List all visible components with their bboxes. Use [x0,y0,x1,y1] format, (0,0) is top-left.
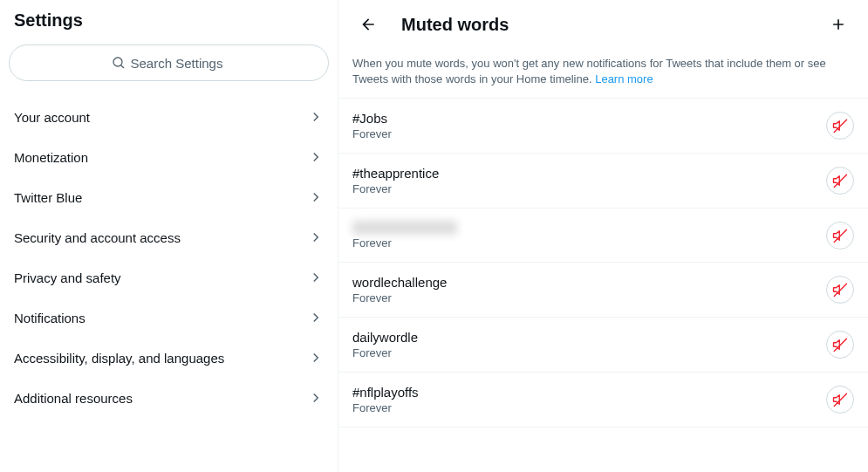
chevron-right-icon [308,390,324,406]
back-button[interactable] [352,9,384,40]
muted-list: #JobsForever#theapprenticeForeverForever… [338,99,868,428]
chevron-right-icon [308,189,324,205]
main-panel: Muted words When you mute words, you won… [338,0,868,472]
muted-duration: Forever [352,291,816,304]
main-header: Muted words [338,0,868,49]
sidebar-item-label: Privacy and safety [14,270,121,285]
settings-title: Settings [0,0,338,44]
chevron-right-icon [308,350,324,366]
svg-line-3 [834,175,846,188]
search-icon [112,56,126,70]
sidebar-item-label: Security and account access [14,230,181,245]
muted-word: #nflplayoffs [352,385,816,400]
mute-icon [832,173,848,188]
sidebar-item-label: Accessibility, display, and languages [14,351,224,366]
search-input[interactable] [131,56,227,71]
sidebar-item[interactable]: Twitter Blue [0,177,338,217]
mute-icon [832,228,848,243]
muted-info: Forever [352,221,816,250]
sidebar-item[interactable]: Additional resources [0,378,338,418]
chevron-right-icon [308,229,324,245]
sidebar-list: Your accountMonetizationTwitter BlueSecu… [0,97,338,418]
muted-row[interactable]: dailywordleForever [338,318,868,373]
muted-duration: Forever [352,127,816,140]
sidebar-item-label: Notifications [14,311,85,325]
sidebar-item[interactable]: Security and account access [0,217,338,257]
svg-line-6 [834,339,846,352]
unmute-button[interactable] [826,331,854,359]
muted-info: #JobsForever [352,111,816,140]
sidebar-item[interactable]: Privacy and safety [0,257,338,298]
muted-word: wordlechallenge [352,275,816,290]
chevron-right-icon [308,270,324,285]
chevron-right-icon [308,149,324,165]
plus-icon [830,16,847,33]
muted-duration: Forever [352,346,816,359]
sidebar-item-label: Monetization [14,150,88,165]
settings-sidebar: Settings Your accountMonetizationTwitter… [0,0,338,472]
learn-more-link[interactable]: Learn more [595,72,653,86]
muted-word: #theapprentice [352,166,816,181]
muted-duration: Forever [352,401,816,414]
description-text: When you mute words, you won't get any n… [352,57,826,86]
muted-duration: Forever [352,236,816,250]
muted-info: wordlechallengeForever [352,275,816,304]
muted-info: #theapprenticeForever [352,166,816,195]
sidebar-item[interactable]: Monetization [0,137,338,177]
unmute-button[interactable] [826,167,854,195]
svg-line-2 [834,120,846,133]
unmute-button[interactable] [826,112,854,140]
muted-duration: Forever [352,182,816,195]
unmute-button[interactable] [826,386,854,414]
muted-row[interactable]: #JobsForever [338,99,868,154]
mute-icon [832,282,848,298]
muted-info: dailywordleForever [352,330,816,359]
svg-line-5 [834,284,846,297]
unmute-button[interactable] [826,222,854,250]
search-box[interactable] [9,44,329,81]
sidebar-item[interactable]: Accessibility, display, and languages [0,338,338,378]
sidebar-item[interactable]: Your account [0,97,338,137]
arrow-left-icon [359,16,377,33]
page-title: Muted words [401,15,805,35]
muted-row[interactable]: wordlechallengeForever [338,263,868,318]
muted-info: #nflplayoffsForever [352,385,816,414]
muted-row[interactable]: #nflplayoffsForever [338,373,868,428]
search-wrap [0,44,338,90]
svg-point-0 [113,58,122,66]
muted-row[interactable]: Forever [338,209,868,263]
muted-word: #Jobs [352,111,816,126]
svg-line-4 [834,229,846,242]
muted-row[interactable]: #theapprenticeForever [338,154,868,209]
svg-line-1 [120,65,123,68]
mute-icon [832,337,848,352]
sidebar-item-label: Twitter Blue [14,190,82,205]
chevron-right-icon [308,109,324,125]
mute-icon [832,392,848,407]
description: When you mute words, you won't get any n… [338,49,868,99]
sidebar-item-label: Additional resources [14,391,133,406]
sidebar-item-label: Your account [14,110,90,125]
muted-word-redacted [352,221,457,235]
add-button[interactable] [823,9,854,40]
chevron-right-icon [308,310,324,325]
mute-icon [832,118,848,133]
muted-word: dailywordle [352,330,816,345]
svg-line-7 [834,394,846,407]
sidebar-item[interactable]: Notifications [0,298,338,338]
unmute-button[interactable] [826,276,854,304]
